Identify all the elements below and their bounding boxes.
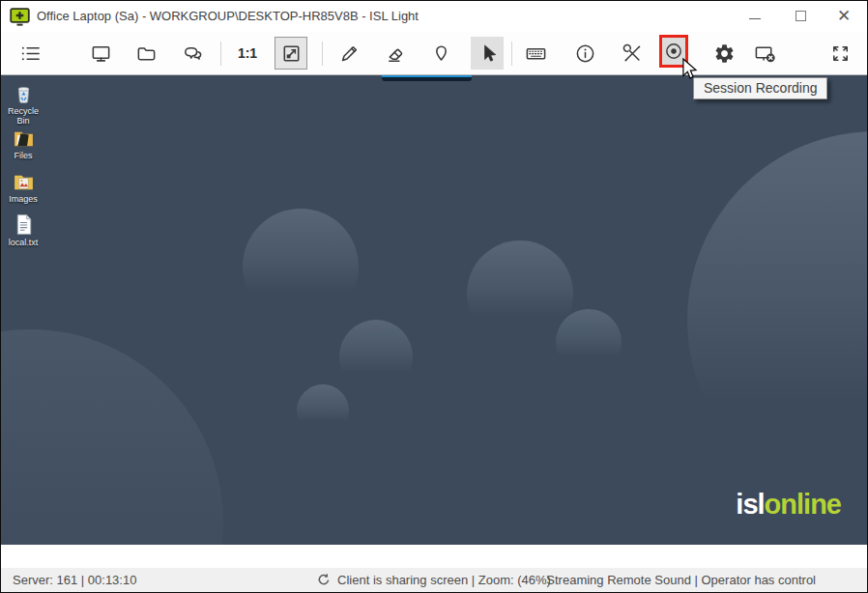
wallpaper-bubble — [556, 309, 622, 375]
fullscreen-button[interactable] — [824, 37, 856, 70]
maximize-icon — [796, 11, 806, 21]
wallpaper-bubble — [243, 209, 359, 325]
desktop-icon-images[interactable]: Images — [2, 169, 44, 204]
chat-button[interactable] — [176, 37, 209, 70]
actual-size-label: 1:1 — [238, 45, 257, 61]
images-folder-icon — [12, 169, 36, 193]
menu-list-icon — [19, 42, 42, 65]
files-folder-icon — [12, 126, 36, 150]
info-icon — [574, 42, 596, 65]
monitor-select-button[interactable] — [84, 37, 117, 70]
keyboard-button[interactable] — [519, 37, 552, 70]
settings-button[interactable] — [708, 37, 740, 70]
pointer-pin-button[interactable] — [424, 37, 457, 70]
chat-bubbles-icon — [182, 42, 204, 65]
status-sharing-zoom-text: Client is sharing screen | Zoom: (46%) — [337, 573, 551, 587]
session-menu-button[interactable] — [14, 37, 46, 70]
remote-desktop-view[interactable]: Recycle Bin Files Images — [1, 75, 867, 545]
end-session-button[interactable] — [748, 37, 781, 70]
pencil-icon — [338, 42, 361, 65]
fit-to-screen-button[interactable] — [275, 37, 307, 70]
eraser-button[interactable] — [379, 37, 412, 70]
desktop-icon-label: Files — [2, 151, 44, 160]
toolbar-separator — [220, 42, 221, 66]
mouse-cursor — [681, 58, 698, 85]
keyboard-icon — [525, 42, 547, 65]
logo-isl-text: isl — [736, 489, 764, 520]
monitor-icon — [90, 42, 112, 65]
recycle-bin-icon — [12, 81, 36, 105]
toolbar-separator — [511, 42, 512, 66]
toolbar: 1:1 — [1, 32, 867, 75]
close-icon: ✕ — [837, 8, 851, 24]
maximize-button[interactable] — [785, 1, 816, 31]
isl-light-window: Office Laptop (Sa) - WORKGROUP\DESKTOP-H… — [0, 0, 868, 593]
title-bar: Office Laptop (Sa) - WORKGROUP\DESKTOP-H… — [1, 1, 867, 32]
toolbar-separator — [322, 42, 323, 66]
session-recording-tooltip: Session Recording — [693, 77, 827, 99]
desktop-icon-files[interactable]: Files — [2, 126, 44, 160]
gear-icon — [713, 42, 736, 65]
close-button[interactable]: ✕ — [828, 1, 859, 31]
tooltip-text: Session Recording — [704, 80, 818, 96]
refresh-icon — [317, 573, 331, 586]
wallpaper-bubble — [1, 329, 223, 545]
admin-tools-button[interactable] — [616, 37, 649, 70]
fullscreen-expand-icon — [829, 42, 852, 65]
folder-icon — [135, 42, 158, 65]
wallpaper-bubble — [687, 131, 867, 508]
actual-size-button[interactable]: 1:1 — [231, 37, 264, 70]
location-pin-icon — [430, 42, 452, 65]
session-info-button[interactable] — [568, 37, 601, 70]
status-bar: Server: 161 | 00:13:10 Client is sharing… — [1, 568, 867, 593]
monitor-close-icon — [754, 42, 776, 65]
isl-top-menu-handle[interactable] — [382, 75, 472, 81]
isl-light-app-icon — [10, 8, 30, 26]
cursor-arrow-icon — [477, 42, 499, 65]
cursor-select-button[interactable] — [471, 37, 504, 70]
eraser-icon — [385, 42, 407, 65]
file-transfer-button[interactable] — [130, 37, 162, 70]
status-sound-control: Streaming Remote Sound | Operator has co… — [546, 568, 816, 592]
window-title: Office Laptop (Sa) - WORKGROUP\DESKTOP-H… — [37, 1, 419, 32]
desktop-icon-label: Images — [2, 194, 44, 204]
text-file-icon — [12, 212, 36, 237]
minimize-icon — [749, 18, 761, 19]
desktop-icon-label: local.txt — [2, 238, 44, 247]
minimize-button[interactable] — [739, 1, 770, 31]
tools-icon — [622, 42, 644, 65]
desktop-icon-label: Recycle Bin — [2, 106, 44, 126]
fit-to-screen-icon — [280, 42, 303, 65]
desktop-icon-local-txt[interactable]: local.txt — [2, 212, 44, 247]
desktop-icon-recycle-bin[interactable]: Recycle Bin — [2, 81, 44, 126]
draw-pen-button[interactable] — [333, 37, 365, 70]
wallpaper-bubble — [297, 384, 349, 437]
wallpaper-bubble — [339, 320, 413, 393]
islonline-logo: islonline — [736, 489, 841, 521]
logo-online-text: online — [765, 489, 841, 520]
